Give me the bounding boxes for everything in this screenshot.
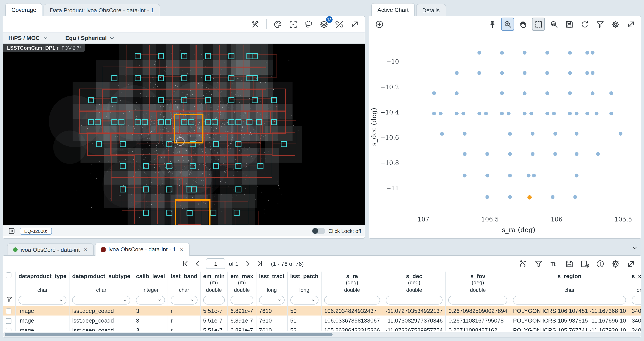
cell-s_ra[interactable]: 106.03367858138067: [321, 316, 383, 325]
expand-viewer-button[interactable]: [6, 226, 16, 236]
column-header-lsst_band[interactable]: lsst_bandchar: [168, 272, 200, 295]
filter-cell-s_fov[interactable]: [446, 295, 510, 306]
settings-button[interactable]: [609, 17, 622, 31]
filter-cell-lsst_patch[interactable]: [287, 295, 321, 306]
cell-lsst_tract[interactable]: 7610: [256, 306, 288, 316]
cell-dataproduct_type[interactable]: image: [16, 316, 69, 325]
zoom-original-button[interactable]: 1x: [547, 17, 560, 31]
filter-select-dataproduct_type[interactable]: [18, 296, 66, 305]
cell-s_region[interactable]: POLYGON ICRS 106.107481 -11.167368 10: [510, 306, 629, 316]
tools-button[interactable]: [248, 17, 262, 31]
row-checkbox[interactable]: [6, 328, 12, 331]
cell-s_xel1[interactable]: 3400: [629, 306, 641, 316]
column-header-calib_level[interactable]: calib_levelinteger: [133, 272, 168, 295]
expand-button[interactable]: [348, 17, 361, 31]
filter-cell-lsst_band[interactable]: [168, 295, 200, 306]
column-header-dataproduct_subtype[interactable]: dataproduct_subtypechar: [69, 272, 133, 295]
column-header-s_xel1[interactable]: s_xel1long: [629, 272, 641, 295]
cell-s_dec[interactable]: -11.073367589957754: [383, 325, 446, 331]
cell-em_min[interactable]: 5.51e-7: [200, 325, 228, 331]
hips-moc-dropdown[interactable]: HiPS / MOC: [8, 35, 48, 41]
tab-overflow-button[interactable]: [628, 241, 641, 254]
last-page-button[interactable]: [254, 258, 266, 269]
cell-lsst_band[interactable]: r: [168, 316, 200, 325]
cell-lsst_tract[interactable]: 7610: [256, 316, 288, 325]
column-header-lsst_tract[interactable]: lsst_tractlong: [256, 272, 288, 295]
filter-cell-s_ra[interactable]: [321, 295, 383, 306]
cell-em_max[interactable]: 6.891e-7: [228, 306, 256, 316]
pan-button[interactable]: [516, 17, 530, 31]
cell-s_xel1[interactable]: 3400: [629, 325, 641, 331]
table-row[interactable]: imagelsst.deep_coadd3r5.51e-76.891e-7761…: [3, 316, 641, 325]
close-icon[interactable]: ×: [180, 246, 184, 253]
cell-em_max[interactable]: 6.891e-7: [228, 316, 256, 325]
cell-lsst_patch[interactable]: 50: [287, 306, 321, 316]
scatter-chart[interactable]: 107106.5106105.5−10−10.2−10.4−10.6−10.8−…: [369, 32, 641, 238]
cell-dataproduct_subtype[interactable]: lsst.deep_coadd: [69, 316, 133, 325]
zoom-in-button[interactable]: [501, 17, 514, 31]
cell-s_dec[interactable]: -11.072703534922137: [383, 306, 446, 316]
horizontal-scrollbar-track[interactable]: [3, 332, 641, 337]
layers-button[interactable]: 12: [317, 17, 330, 31]
filter-input-s_ra[interactable]: [324, 296, 380, 305]
cell-calib_level[interactable]: 3: [133, 306, 168, 316]
horizontal-scrollbar-thumb[interactable]: [5, 333, 332, 336]
column-header-s_ra[interactable]: s_ra(deg)double: [321, 272, 383, 295]
row-checkbox[interactable]: [6, 309, 12, 314]
click-lock-toggle[interactable]: [312, 228, 325, 234]
cell-s_fov[interactable]: 0.26711088487162: [446, 325, 510, 331]
column-header-lsst_patch[interactable]: lsst_patchlong: [287, 272, 321, 295]
filter-cell-dataproduct_subtype[interactable]: [69, 295, 133, 306]
coord-system-readout[interactable]: EQ-J2000:: [20, 227, 52, 234]
restore-button[interactable]: [578, 17, 591, 31]
info-button[interactable]: [594, 257, 606, 270]
filter-cell-s_xel1[interactable]: [629, 295, 641, 306]
filter-cell-em_min[interactable]: [200, 295, 228, 306]
filter-select-dataproduct_subtype[interactable]: [72, 296, 130, 305]
projection-dropdown[interactable]: Equ / Spherical: [65, 35, 114, 41]
cell-s_ra[interactable]: 106.2034824932437: [321, 306, 383, 316]
cell-s_region[interactable]: POLYGON ICRS 105.767741 -11.167930 10: [510, 325, 629, 331]
table-row[interactable]: imagelsst.deep_coadd3r5.51e-76.891e-7761…: [3, 325, 641, 331]
column-header-em_max[interactable]: em_max(m)double: [228, 272, 256, 295]
prev-page-button[interactable]: [192, 258, 204, 269]
add-column-button[interactable]: [578, 257, 591, 270]
filter-input-s_dec[interactable]: [386, 296, 443, 305]
table-row[interactable]: imagelsst.deep_coadd3r5.51e-76.891e-7761…: [3, 306, 641, 316]
sky-map[interactable]: LSSTComCam: DP1 rFOV:2.7°: [3, 44, 365, 225]
cell-lsst_tract[interactable]: 7610: [256, 325, 288, 331]
cell-s_xel1[interactable]: 3400: [629, 316, 641, 325]
filter-cell-s_dec[interactable]: [383, 295, 446, 306]
cell-dataproduct_subtype[interactable]: lsst.deep_coadd: [69, 306, 133, 316]
cell-em_min[interactable]: 5.51e-7: [200, 306, 228, 316]
column-header-s_region[interactable]: s_regionchar: [510, 272, 629, 295]
filter-input-em_max[interactable]: [230, 296, 254, 305]
expand-button[interactable]: [624, 257, 638, 270]
tab-data-product[interactable]: Data Product: ivoa.ObsCore - data-int - …: [44, 4, 160, 16]
filter-cell-s_region[interactable]: [510, 295, 629, 306]
cell-lsst_band[interactable]: r: [168, 325, 200, 331]
filter-select-calib_level[interactable]: [136, 296, 165, 305]
cell-s_region[interactable]: POLYGON ICRS 105.937615 -11.167696 10: [510, 316, 629, 325]
filter-input-s_region[interactable]: [513, 296, 626, 305]
cell-dataproduct_subtype[interactable]: lsst.deep_coadd: [69, 325, 133, 331]
filter-cell-em_max[interactable]: [228, 295, 256, 306]
palette-button[interactable]: [271, 17, 284, 31]
text-view-button[interactable]: Tt: [547, 257, 560, 270]
tab-table-data-int[interactable]: ivoa.ObsCore - data-int ×: [7, 243, 94, 255]
cell-dataproduct_type[interactable]: image: [16, 306, 69, 316]
column-header-s_dec[interactable]: s_dec(deg)double: [383, 272, 446, 295]
cell-calib_level[interactable]: 3: [133, 316, 168, 325]
cell-lsst_patch[interactable]: 52: [287, 325, 321, 331]
pin-button[interactable]: [486, 17, 499, 31]
cell-s_dec[interactable]: -11.073082977370346: [383, 316, 446, 325]
filter-select-lsst_patch[interactable]: [290, 296, 318, 305]
filter-input-em_min[interactable]: [203, 296, 224, 305]
save-button[interactable]: [562, 257, 576, 270]
tab-coverage[interactable]: Coverage: [5, 3, 42, 16]
save-button[interactable]: [562, 17, 576, 31]
cell-s_fov[interactable]: 0.2671108167795078: [446, 316, 510, 325]
page-number-input[interactable]: [206, 258, 226, 269]
first-page-button[interactable]: [180, 258, 191, 269]
cell-s_fov[interactable]: 0.26709825090027894: [446, 306, 510, 316]
